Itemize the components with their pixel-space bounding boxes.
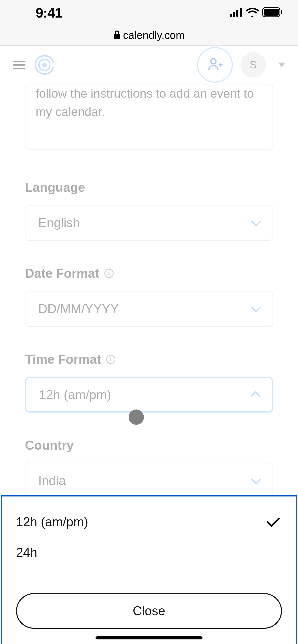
time-format-label: Time Format <box>25 352 101 367</box>
status-indicators <box>230 7 283 18</box>
country-field: Country India <box>25 438 273 499</box>
country-select[interactable]: India <box>25 463 273 499</box>
svg-rect-0 <box>230 14 232 17</box>
time-format-options-sheet: 12h (am/pm) 24h Close <box>1 495 297 644</box>
chevron-down-icon <box>251 216 261 227</box>
home-indicator[interactable] <box>96 636 202 639</box>
touch-indicator <box>129 409 144 425</box>
status-bar: 9:41 <box>0 0 298 25</box>
country-label: Country <box>25 438 74 453</box>
close-button-label: Close <box>133 604 165 618</box>
date-format-field: Date Format i DD/MM/YYYY <box>25 266 273 327</box>
option-24h-label: 24h <box>16 545 37 560</box>
add-user-icon <box>207 57 223 73</box>
check-icon <box>266 514 280 527</box>
status-time: 9:41 <box>36 5 62 21</box>
time-format-value: 12h (am/pm) <box>39 387 111 402</box>
svg-rect-1 <box>233 12 235 17</box>
date-format-select[interactable]: DD/MM/YYYY <box>25 291 273 327</box>
app-header: S <box>0 46 298 84</box>
svg-point-12 <box>211 59 216 64</box>
svg-rect-2 <box>236 10 238 17</box>
lock-icon <box>113 29 120 41</box>
url-host: calendly.com <box>123 29 185 41</box>
cellular-icon <box>230 8 242 18</box>
svg-rect-3 <box>240 8 242 17</box>
avatar[interactable]: S <box>240 52 266 78</box>
svg-rect-11 <box>50 63 55 67</box>
option-24h[interactable]: 24h <box>16 537 282 568</box>
date-format-value: DD/MM/YYYY <box>38 301 119 316</box>
chevron-down-icon <box>251 302 261 313</box>
battery-icon <box>262 7 283 18</box>
language-field: Language English <box>25 180 273 241</box>
message-preview-text: follow the instructions to add an event … <box>36 87 254 119</box>
account-menu-caret-icon[interactable] <box>278 63 285 67</box>
avatar-initial: S <box>250 59 257 71</box>
svg-rect-6 <box>281 10 282 14</box>
message-preview: follow the instructions to add an event … <box>25 84 273 150</box>
svg-rect-7 <box>114 34 120 39</box>
country-value: India <box>38 473 66 488</box>
time-format-field: Time Format i 12h (am/pm) <box>25 352 273 413</box>
close-button[interactable]: Close <box>16 593 282 629</box>
info-icon[interactable]: i <box>104 269 114 278</box>
info-icon[interactable]: i <box>106 355 115 364</box>
invite-user-button[interactable] <box>197 47 233 83</box>
date-format-label: Date Format <box>25 266 99 281</box>
svg-rect-5 <box>264 9 279 16</box>
language-label: Language <box>25 180 85 195</box>
option-12h[interactable]: 12h (am/pm) <box>16 507 282 537</box>
calendly-logo[interactable] <box>33 53 56 76</box>
language-select[interactable]: English <box>25 205 273 241</box>
menu-button[interactable] <box>13 58 25 71</box>
chevron-down-icon <box>251 474 261 485</box>
svg-point-10 <box>42 63 47 67</box>
wifi-icon <box>246 8 259 18</box>
language-value: English <box>38 215 80 230</box>
time-format-select[interactable]: 12h (am/pm) <box>25 377 273 413</box>
chevron-up-icon <box>250 391 261 401</box>
option-12h-label: 12h (am/pm) <box>16 515 88 529</box>
browser-url-bar[interactable]: calendly.com <box>0 25 298 46</box>
